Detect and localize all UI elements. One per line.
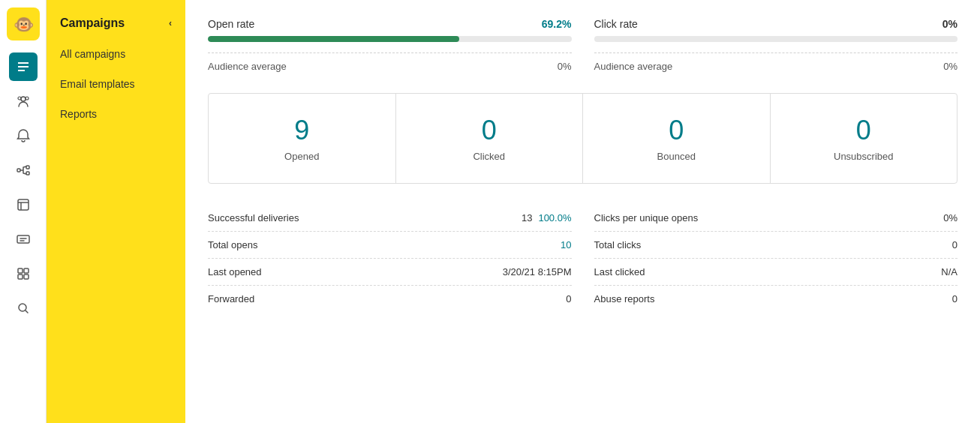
detail-item: Successful deliveries 13 100.0% [208,205,572,232]
open-rate-audience-value: 0% [558,61,572,72]
svg-point-3 [26,97,29,100]
click-rate-block: Click rate 0% Audience average 0% [594,18,958,72]
detail-key: Clicks per unique opens [594,212,699,224]
stat-label: Bounced [657,151,696,162]
svg-rect-12 [18,274,23,279]
detail-key: Abuse reports [594,293,655,304]
open-rate-audience: Audience average 0% [208,52,572,72]
stat-box-opened: 9 Opened [209,94,396,183]
detail-value: 10 [561,239,571,250]
detail-item: Last clicked N/A [594,259,958,286]
detail-key: Total opens [208,239,258,250]
stat-number: 0 [669,115,684,146]
svg-rect-11 [24,268,29,273]
open-rate-label: Open rate [208,18,254,30]
stat-label: Clicked [473,151,505,162]
detail-value: 0 [952,239,957,250]
sidebar-item-reports[interactable]: Reports [47,99,185,129]
details-section: Successful deliveries 13 100.0% Total op… [208,205,957,312]
detail-item: Clicks per unique opens 0% [594,205,958,232]
detail-value: 0 [952,293,957,304]
open-rate-progress-bg [208,36,572,42]
detail-key: Last clicked [594,266,645,278]
svg-rect-13 [24,274,29,279]
search-icon[interactable] [9,294,38,322]
rates-section: Open rate 69.2% Audience average 0% Clic… [208,18,957,72]
click-rate-label: Click rate [594,18,638,30]
detail-value: 0 [566,293,571,304]
detail-key: Successful deliveries [208,212,299,224]
detail-value: 0% [943,212,957,224]
detail-item: Abuse reports 0 [594,286,958,312]
sidebar-title-text: Campaigns [60,16,125,30]
stat-box-clicked: 0 Clicked [396,94,584,183]
integrations-icon[interactable] [9,156,38,184]
detail-item: Forwarded0 [208,286,572,312]
detail-item: Last opened3/20/21 8:15PM [208,259,572,286]
details-left-col: Successful deliveries 13 100.0% Total op… [208,205,572,312]
detail-value: 13 100.0% [522,212,572,224]
stat-number: 0 [482,115,497,146]
logo[interactable]: 🐵 [7,8,40,40]
svg-text:🐵: 🐵 [13,14,34,34]
detail-key: Forwarded [208,293,254,304]
svg-rect-9 [17,236,29,243]
postcards-icon[interactable] [9,225,38,254]
detail-key: Total clicks [594,239,642,250]
details-right-col: Clicks per unique opens 0% Total clicks … [594,205,958,312]
click-rate-audience-value: 0% [943,61,957,72]
svg-rect-10 [18,268,23,273]
click-rate-value: 0% [942,18,957,30]
campaigns-icon[interactable] [9,52,38,81]
detail-item: Total clicks 0 [594,232,958,259]
detail-value: 3/20/21 8:15PM [503,266,572,278]
grid-icon[interactable] [9,260,38,288]
open-rate-value: 69.2% [542,18,572,30]
click-rate-audience: Audience average 0% [594,52,958,72]
detail-item: Total opens10 [208,232,572,259]
icon-bar: 🐵 [0,0,47,423]
stat-number: 0 [856,115,871,146]
chevron-left-icon: ‹ [169,18,172,28]
stats-boxes: 9 Opened 0 Clicked 0 Bounced 0 Unsubscri… [208,93,957,184]
click-rate-audience-label: Audience average [594,61,673,72]
stat-number: 9 [294,115,309,146]
notifications-icon[interactable] [9,122,38,150]
sidebar-title[interactable]: Campaigns ‹ [47,8,185,39]
detail-value: N/A [941,266,957,278]
detail-key: Last opened [208,266,262,278]
click-rate-progress-bg [594,36,958,42]
main-content: Open rate 69.2% Audience average 0% Clic… [185,0,980,423]
svg-rect-8 [18,200,29,210]
sidebar-item-email-templates[interactable]: Email templates [47,69,185,99]
stat-label: Opened [284,151,319,162]
svg-point-2 [21,97,26,101]
landing-icon[interactable] [9,190,38,219]
open-rate-progress-fill [208,36,459,42]
open-rate-block: Open rate 69.2% Audience average 0% [208,18,572,72]
sidebar-item-all-campaigns[interactable]: All campaigns [47,39,185,69]
stat-box-bounced: 0 Bounced [583,94,771,183]
stat-label: Unsubscribed [834,151,894,162]
audience-icon[interactable] [9,87,38,116]
stat-box-unsubscribed: 0 Unsubscribed [771,94,957,183]
open-rate-audience-label: Audience average [208,61,287,72]
sidebar: Campaigns ‹ All campaigns Email template… [47,0,185,423]
